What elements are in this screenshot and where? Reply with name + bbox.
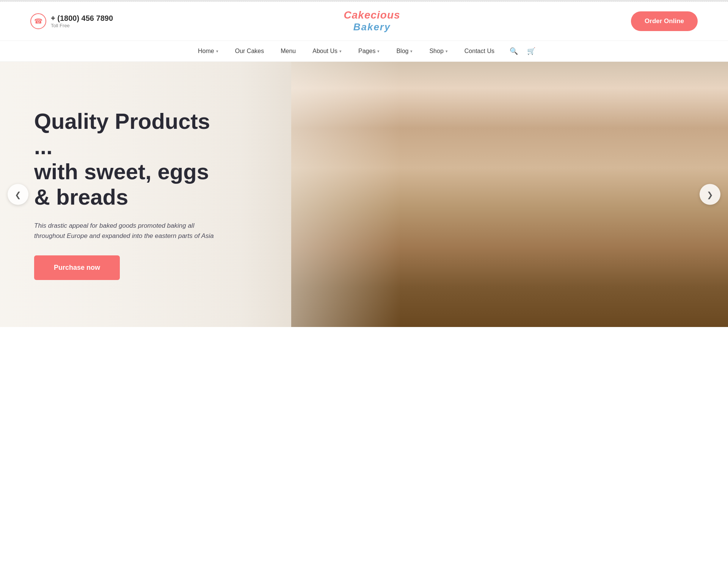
phone-icon: ☎ <box>30 13 46 29</box>
search-icon: 🔍 <box>510 47 518 55</box>
hero-title: Quality Products ... with sweet, eggs & … <box>34 109 224 210</box>
header: ☎ + (1800) 456 7890 Toll Free Cakecious … <box>0 2 728 41</box>
nav-blog-label: Blog <box>396 48 408 55</box>
chevron-right-icon: ❯ <box>707 190 713 199</box>
chevron-down-icon: ▾ <box>339 49 342 54</box>
hero-content: Quality Products ... with sweet, eggs & … <box>0 86 258 303</box>
nav-menu-label: Menu <box>281 48 296 55</box>
order-online-button[interactable]: Order Online <box>631 11 698 31</box>
nav-pages-label: Pages <box>358 48 375 55</box>
carousel-next-button[interactable]: ❯ <box>700 184 720 205</box>
nav-about-us-label: About Us <box>312 48 337 55</box>
chevron-down-icon: ▾ <box>446 49 448 54</box>
nav-item-blog[interactable]: Blog ▾ <box>389 41 419 61</box>
nav-shop-label: Shop <box>429 48 443 55</box>
toll-free-label: Toll Free <box>51 23 113 28</box>
hero-title-line2: with sweet, eggs & breads <box>34 159 209 209</box>
hero-description: This drastic appeal for baked goods prom… <box>34 221 224 241</box>
nav-bar: Home ▾ Our Cakes Menu About Us ▾ Pages ▾… <box>0 41 728 61</box>
nav-item-menu[interactable]: Menu <box>274 41 303 61</box>
hero-title-line1: Quality Products ... <box>34 109 210 159</box>
nav-item-pages[interactable]: Pages ▾ <box>351 41 386 61</box>
header-left: ☎ + (1800) 456 7890 Toll Free <box>30 13 113 29</box>
chevron-down-icon: ▾ <box>410 49 413 54</box>
phone-number: + (1800) 456 7890 <box>51 14 113 23</box>
carousel-prev-button[interactable]: ❮ <box>8 184 28 205</box>
purchase-now-button[interactable]: Purchase now <box>34 255 120 280</box>
cart-icon: 🛒 <box>527 47 535 55</box>
logo[interactable]: Cakecious Bakery <box>344 9 400 33</box>
nav-our-cakes-label: Our Cakes <box>235 48 264 55</box>
chevron-down-icon: ▾ <box>216 49 218 54</box>
chevron-down-icon: ▾ <box>377 49 380 54</box>
phone-info: + (1800) 456 7890 Toll Free <box>51 14 113 28</box>
nav-item-our-cakes[interactable]: Our Cakes <box>228 41 271 61</box>
cart-button[interactable]: 🛒 <box>526 45 537 57</box>
nav-home-label: Home <box>198 48 214 55</box>
nav-item-shop[interactable]: Shop ▾ <box>422 41 454 61</box>
nav-item-contact-us[interactable]: Contact Us <box>458 41 501 61</box>
search-button[interactable]: 🔍 <box>508 45 519 57</box>
logo-line2: Bakery <box>344 21 400 33</box>
nav-item-about-us[interactable]: About Us ▾ <box>306 41 348 61</box>
chevron-left-icon: ❮ <box>15 190 21 199</box>
logo-line1: Cakecious <box>344 9 400 21</box>
hero-section: Quality Products ... with sweet, eggs & … <box>0 62 728 327</box>
nav-item-home[interactable]: Home ▾ <box>191 41 225 61</box>
nav-icons: 🔍 🛒 <box>508 45 537 57</box>
navigation: Home ▾ Our Cakes Menu About Us ▾ Pages ▾… <box>0 41 728 62</box>
nav-contact-us-label: Contact Us <box>464 48 494 55</box>
